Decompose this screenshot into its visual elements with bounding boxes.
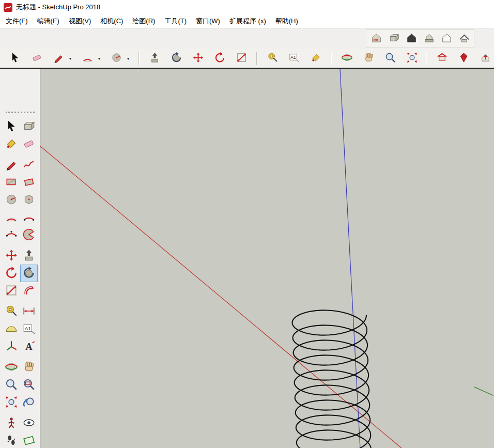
tool-button-paint-bucket[interactable]: [3, 135, 20, 153]
toolbar-button-select[interactable]: [7, 51, 23, 66]
push-pull-icon: [22, 249, 36, 264]
toolbar-button-zoom-extents[interactable]: [404, 51, 420, 66]
toolbar-button-move[interactable]: [190, 51, 206, 66]
toolbar-button-paint-bucket[interactable]: [308, 51, 323, 66]
tool-button-circle-tool[interactable]: [3, 191, 20, 209]
menu-item-1[interactable]: 编辑(E): [33, 15, 64, 27]
tool-button-rectangle[interactable]: [3, 174, 20, 191]
toolbar-button-orbit[interactable]: [339, 51, 354, 66]
tool-button-make-component[interactable]: [20, 118, 38, 135]
tool-button-axes[interactable]: [3, 338, 20, 356]
tool-button-polygon[interactable]: [20, 191, 38, 209]
toolbar-separator: [426, 52, 427, 65]
tape-measure-icon: [267, 52, 279, 65]
tool-button-line[interactable]: [3, 156, 20, 174]
look-around-icon: [22, 416, 36, 431]
tool-button-arc[interactable]: [3, 209, 20, 226]
tool-button-select[interactable]: [3, 118, 20, 135]
tool-set-row: [0, 359, 40, 376]
menu-item-5[interactable]: 工具(T): [160, 15, 191, 27]
toolbar-button-push-pull[interactable]: [147, 51, 162, 66]
views-toolbar-button-house-arrow[interactable]: [368, 31, 384, 47]
tool-button-eraser[interactable]: [20, 135, 38, 153]
tool-button-move[interactable]: [3, 247, 20, 265]
menu-item-2[interactable]: 视图(V): [64, 15, 96, 27]
tool-button-dimension[interactable]: [20, 303, 38, 320]
dark-house-icon: [406, 32, 418, 45]
tool-button-look-around[interactable]: [20, 414, 38, 432]
rotate-icon: [5, 266, 18, 281]
section-plane-icon: [22, 434, 36, 448]
toolbar-button-rotate[interactable]: [212, 51, 227, 66]
toolbar-button-3d-warehouse[interactable]: [434, 51, 450, 66]
tool-button-tape-measure[interactable]: [3, 303, 20, 320]
tool-button-scale[interactable]: [3, 282, 20, 300]
sketchup-logo-icon: [4, 3, 12, 12]
tool-set-row: [0, 135, 40, 153]
menu-item-8[interactable]: 帮助(H): [271, 15, 303, 27]
toolbar-drag-handle[interactable]: [6, 112, 35, 113]
svg-text:A: A: [25, 341, 33, 351]
tool-button-two-point-arc[interactable]: [20, 209, 38, 226]
tool-set-row: [0, 394, 40, 411]
house-arrow-icon: [371, 32, 382, 45]
menu-item-6[interactable]: 窗口(W): [191, 15, 225, 27]
scale-icon: [236, 52, 248, 65]
tool-button-section-plane[interactable]: [20, 432, 38, 448]
tool-button-rotate[interactable]: [3, 265, 20, 282]
toolbar-button-line[interactable]: [51, 51, 66, 66]
polygon-icon: [22, 193, 36, 208]
text-icon: A1: [22, 322, 36, 337]
tool-button-rotated-rectangle[interactable]: [20, 174, 38, 191]
drawing-canvas[interactable]: [40, 69, 494, 448]
toolbar-button-pan[interactable]: [361, 51, 376, 66]
tool-set-row: [0, 209, 40, 226]
toolbar-separator: [331, 52, 332, 65]
tool-button-previous-view[interactable]: [20, 394, 38, 411]
views-toolbar-button-house-outline[interactable]: [439, 31, 454, 47]
tool-button-freehand[interactable]: [20, 156, 38, 174]
views-toolbar-button-cube[interactable]: [386, 31, 402, 47]
tool-button-push-pull[interactable]: [20, 247, 38, 265]
toolbar-button-extension-warehouse[interactable]: [456, 51, 471, 66]
tool-button-position-camera[interactable]: [3, 414, 20, 432]
toolbar-button-circle-tool[interactable]: [109, 51, 124, 66]
views-toolbar-button-roof[interactable]: [456, 31, 472, 47]
window-title: 无标题 - SketchUp Pro 2018: [16, 3, 100, 12]
toolbar-button-scale[interactable]: [234, 51, 249, 66]
views-toolbar-button-house-tray[interactable]: [421, 31, 437, 47]
menu-item-3[interactable]: 相机(C): [96, 15, 128, 27]
toolbar-button-text[interactable]: A1: [286, 51, 302, 66]
toolbar-button-arc[interactable]: [80, 51, 95, 66]
menu-item-4[interactable]: 绘图(R): [128, 15, 160, 27]
tool-button-text[interactable]: A1: [20, 320, 38, 338]
tool-set-row: [0, 226, 40, 244]
tool-button-zoom[interactable]: [3, 376, 20, 394]
tool-button-offset[interactable]: [20, 282, 38, 300]
toolbar-button-follow-me[interactable]: [168, 51, 184, 66]
tool-button-3d-text[interactable]: A: [20, 338, 38, 356]
tool-button-protractor[interactable]: [3, 320, 20, 338]
toolbar-button-zoom[interactable]: [382, 51, 398, 66]
views-toolbar-button-dark-house[interactable]: [404, 31, 419, 47]
follow-me-icon: [171, 52, 182, 65]
toolbar-button-tape-measure[interactable]: [265, 51, 280, 66]
green-axis: [474, 387, 493, 396]
line-dropdown-caret-icon[interactable]: ▾: [67, 56, 73, 61]
menu-item-0[interactable]: 文件(F): [1, 15, 33, 27]
tool-button-follow-me[interactable]: [20, 265, 38, 282]
tool-button-zoom-window[interactable]: [20, 376, 38, 394]
toolbar-button-eraser[interactable]: [29, 51, 44, 66]
arc-dropdown-caret-icon[interactable]: ▾: [96, 56, 102, 61]
tool-button-walk[interactable]: [3, 432, 20, 448]
tool-button-pie[interactable]: [20, 226, 38, 244]
tool-button-three-point-arc[interactable]: [3, 226, 20, 244]
menu-item-7[interactable]: 扩展程序 (x): [225, 15, 271, 27]
pan-icon: [363, 52, 375, 65]
tool-button-zoom-extents[interactable]: [3, 394, 20, 411]
toolbar-button-share-model[interactable]: [477, 51, 493, 66]
rotate-icon: [214, 52, 226, 65]
tool-button-orbit[interactable]: [3, 359, 20, 376]
circle-tool-dropdown-caret-icon[interactable]: ▾: [125, 56, 131, 61]
tool-button-pan[interactable]: [20, 359, 38, 376]
